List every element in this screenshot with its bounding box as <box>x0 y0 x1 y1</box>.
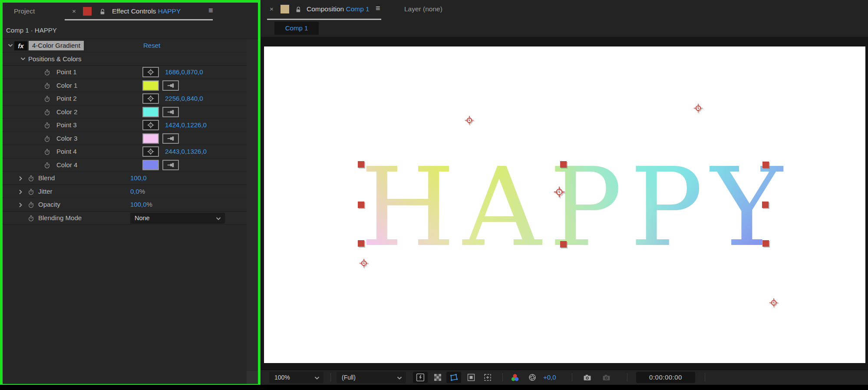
timecode-display[interactable]: 0:00:00:00 <box>636 372 695 383</box>
blending-mode-dropdown[interactable]: None <box>130 213 225 224</box>
tab-layer[interactable]: Layer (none) <box>404 5 442 13</box>
param-value[interactable]: 100,0% <box>130 201 152 208</box>
property-row-color-2[interactable]: Color 2 <box>3 106 258 119</box>
property-row-jitter[interactable]: Jitter 0,0% <box>3 185 258 198</box>
channel-color-button[interactable] <box>508 372 521 383</box>
panel-corner-grip[interactable] <box>247 371 258 384</box>
selection-handle-mid-right[interactable] <box>762 202 769 208</box>
selection-handle-top-center[interactable] <box>560 161 567 168</box>
property-row-color-3[interactable]: Color 3 <box>3 132 258 145</box>
effect-point-button[interactable] <box>142 146 159 157</box>
effect-name[interactable]: 4-Color Gradient <box>29 41 84 50</box>
group-row-positions-colors[interactable]: Positions & Colors <box>3 53 258 66</box>
chevron-right-icon[interactable] <box>19 202 24 208</box>
stopwatch-icon[interactable] <box>43 82 51 89</box>
selection-handle-bottom-right[interactable] <box>762 240 769 247</box>
close-tab-icon[interactable]: × <box>270 5 274 13</box>
stopwatch-icon[interactable] <box>43 95 51 102</box>
close-tab-icon[interactable]: × <box>72 7 76 15</box>
tab-effect-controls[interactable]: Effect Controls HAPPY <box>112 7 181 15</box>
scrollbar-gutter[interactable] <box>247 39 258 384</box>
effect-point-4-marker[interactable] <box>768 297 779 308</box>
stopwatch-icon[interactable] <box>43 135 51 142</box>
effect-point-2-marker[interactable] <box>693 102 704 114</box>
effect-point-button[interactable] <box>142 67 159 77</box>
stopwatch-icon[interactable] <box>27 175 35 182</box>
selection-handle-bottom-left[interactable] <box>358 240 364 247</box>
selection-handle-top-right[interactable] <box>762 162 769 168</box>
grid-guides-button[interactable] <box>481 372 494 383</box>
property-row-blending-mode[interactable]: Blending Mode None <box>3 212 258 225</box>
panel-menu-icon[interactable]: ≡ <box>208 6 213 15</box>
show-snapshot-button[interactable] <box>600 372 613 383</box>
property-row-opacity[interactable]: Opacity 100,0% <box>3 198 258 212</box>
eyedropper-button[interactable] <box>162 160 179 170</box>
color-swatch[interactable] <box>142 107 159 117</box>
eyedropper-button[interactable] <box>162 80 179 91</box>
take-snapshot-button[interactable] <box>581 372 594 383</box>
gradient-text-layer[interactable]: HAPPY <box>360 153 790 262</box>
property-row-point-2[interactable]: Point 2 2256,0,840,0 <box>3 92 258 106</box>
effect-point-button[interactable] <box>142 120 159 130</box>
property-row-point-1[interactable]: Point 1 1686,0,870,0 <box>3 66 258 79</box>
property-label: Jitter <box>38 188 53 195</box>
transparency-grid-button[interactable] <box>431 372 444 383</box>
stopwatch-icon[interactable] <box>43 69 51 76</box>
point-value[interactable]: 2256,0,840,0 <box>165 95 203 102</box>
stopwatch-icon[interactable] <box>43 122 51 129</box>
comp-breadcrumb-tab[interactable]: Comp 1 <box>274 22 319 35</box>
stopwatch-icon[interactable] <box>43 109 51 116</box>
exposure-value[interactable]: +0,0 <box>543 373 556 381</box>
property-row-color-1[interactable]: Color 1 <box>3 79 258 93</box>
toolbar-separator <box>330 373 331 382</box>
point-value[interactable]: 1424,0,1226,0 <box>165 121 207 129</box>
selection-handle-top-left[interactable] <box>358 161 364 168</box>
effect-point-1-marker[interactable] <box>464 115 475 126</box>
effect-point-button[interactable] <box>142 93 159 104</box>
chevron-right-icon[interactable] <box>19 189 24 195</box>
selection-handle-bottom-center[interactable] <box>560 241 567 248</box>
stopwatch-icon[interactable] <box>43 162 51 169</box>
tab-composition[interactable]: Composition Comp 1 <box>307 5 370 13</box>
property-row-blend[interactable]: Blend 100,0 <box>3 172 258 185</box>
exposure-toggle-button[interactable] <box>526 372 539 383</box>
tab-project[interactable]: Project <box>14 7 35 15</box>
stopwatch-icon[interactable] <box>27 215 35 222</box>
fast-previews-button[interactable] <box>413 372 428 383</box>
layer-anchor-point-marker[interactable] <box>552 185 567 199</box>
color-swatch[interactable] <box>142 133 159 144</box>
eyedropper-button[interactable] <box>162 107 179 117</box>
param-value[interactable]: 0,0% <box>130 188 145 195</box>
color-swatch[interactable] <box>142 160 159 170</box>
selection-handle-mid-left[interactable] <box>358 202 364 208</box>
param-value[interactable]: 100,0 <box>130 174 147 182</box>
mask-visibility-button[interactable] <box>446 372 461 383</box>
magnification-dropdown[interactable]: 100% <box>269 372 323 383</box>
color-swatch[interactable] <box>142 80 159 91</box>
point-value[interactable]: 2443,0,1326,0 <box>165 148 207 155</box>
composition-canvas[interactable]: HAPPY <box>264 46 865 363</box>
stopwatch-icon[interactable] <box>27 188 35 195</box>
chevron-down-icon[interactable] <box>8 43 13 49</box>
property-row-color-4[interactable]: Color 4 <box>3 159 258 172</box>
panel-menu-icon[interactable]: ≡ <box>376 4 380 13</box>
resolution-dropdown[interactable]: (Full) <box>337 372 406 383</box>
stopwatch-icon[interactable] <box>27 201 35 208</box>
property-label: Point 2 <box>56 95 77 102</box>
eyedropper-icon <box>167 135 175 142</box>
point-value[interactable]: 1686,0,870,0 <box>165 68 203 76</box>
property-label: Color 3 <box>56 135 77 142</box>
unlock-icon[interactable] <box>295 6 301 13</box>
stopwatch-icon[interactable] <box>43 148 51 155</box>
property-row-point-4[interactable]: Point 4 2443,0,1326,0 <box>3 145 258 159</box>
effect-point-3-marker[interactable] <box>358 258 370 269</box>
region-of-interest-button[interactable] <box>465 372 478 383</box>
unlock-icon[interactable] <box>99 8 106 15</box>
property-row-point-3[interactable]: Point 3 1424,0,1226,0 <box>3 119 258 132</box>
effect-header-row[interactable]: fx 4-Color Gradient Reset <box>3 39 258 53</box>
eyedropper-button[interactable] <box>162 133 179 144</box>
reset-button[interactable]: Reset <box>143 42 160 49</box>
chevron-right-icon[interactable] <box>19 176 24 181</box>
fx-badge: fx <box>14 41 27 50</box>
chevron-down-icon[interactable] <box>20 57 26 62</box>
